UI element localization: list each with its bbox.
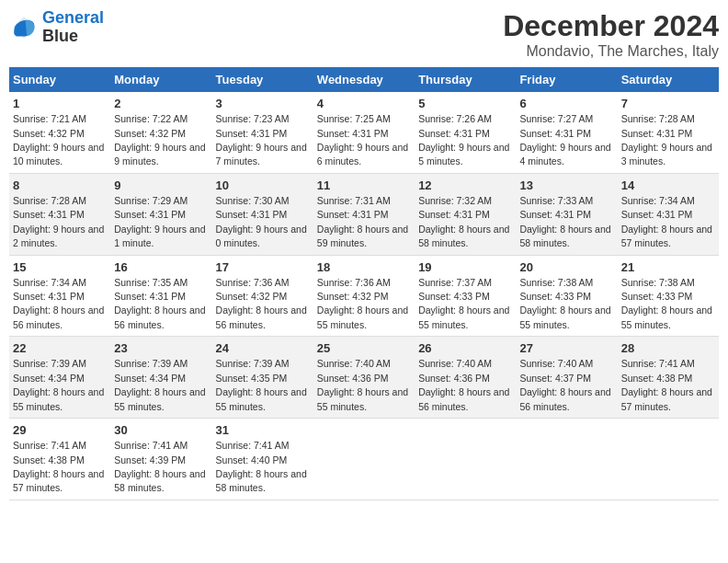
day-number: 7 <box>621 96 715 112</box>
weekday-header: Sunday <box>9 67 110 92</box>
calendar-week-row: 22Sunrise: 7:39 AMSunset: 4:34 PMDayligh… <box>9 337 719 419</box>
weekday-header: Wednesday <box>313 67 415 92</box>
day-info: Sunrise: 7:36 AMSunset: 4:32 PMDaylight:… <box>317 277 408 330</box>
day-info: Sunrise: 7:29 AMSunset: 4:31 PMDaylight:… <box>114 195 205 248</box>
title-block: December 2024 Mondavio, The Marches, Ita… <box>503 9 719 60</box>
day-number: 11 <box>317 178 411 194</box>
day-number: 30 <box>114 422 208 439</box>
page-header: General Blue December 2024 Mondavio, The… <box>9 9 719 60</box>
calendar-day-cell: 14Sunrise: 7:34 AMSunset: 4:31 PMDayligh… <box>618 173 719 255</box>
day-info: Sunrise: 7:40 AMSunset: 4:36 PMDaylight:… <box>418 358 509 411</box>
day-number: 14 <box>621 178 715 194</box>
day-number: 23 <box>114 340 208 357</box>
day-number: 24 <box>216 340 310 357</box>
calendar-day-cell: 7Sunrise: 7:28 AMSunset: 4:31 PMDaylight… <box>618 92 719 173</box>
day-info: Sunrise: 7:30 AMSunset: 4:31 PMDaylight:… <box>216 195 307 248</box>
calendar-day-cell: 15Sunrise: 7:34 AMSunset: 4:31 PMDayligh… <box>9 255 110 337</box>
day-info: Sunrise: 7:22 AMSunset: 4:32 PMDaylight:… <box>114 113 205 167</box>
calendar-day-cell: 5Sunrise: 7:26 AMSunset: 4:31 PMDaylight… <box>415 92 516 173</box>
day-number: 12 <box>418 178 512 194</box>
day-info: Sunrise: 7:26 AMSunset: 4:31 PMDaylight:… <box>418 113 509 167</box>
day-info: Sunrise: 7:34 AMSunset: 4:31 PMDaylight:… <box>621 195 712 248</box>
day-number: 8 <box>13 178 107 194</box>
calendar-day-cell: 25Sunrise: 7:40 AMSunset: 4:36 PMDayligh… <box>313 337 415 419</box>
day-info: Sunrise: 7:41 AMSunset: 4:38 PMDaylight:… <box>621 358 712 411</box>
calendar-day-cell: 13Sunrise: 7:33 AMSunset: 4:31 PMDayligh… <box>516 173 617 255</box>
day-number: 2 <box>114 96 208 112</box>
day-number: 27 <box>519 340 613 357</box>
calendar-day-cell: 21Sunrise: 7:38 AMSunset: 4:33 PMDayligh… <box>618 255 719 337</box>
day-info: Sunrise: 7:28 AMSunset: 4:31 PMDaylight:… <box>13 195 104 248</box>
day-info: Sunrise: 7:34 AMSunset: 4:31 PMDaylight:… <box>13 277 104 330</box>
day-number: 1 <box>13 96 107 112</box>
day-number: 13 <box>519 178 613 194</box>
day-info: Sunrise: 7:37 AMSunset: 4:33 PMDaylight:… <box>418 277 509 330</box>
day-info: Sunrise: 7:41 AMSunset: 4:38 PMDaylight:… <box>13 440 104 493</box>
day-info: Sunrise: 7:31 AMSunset: 4:31 PMDaylight:… <box>317 195 408 248</box>
day-number: 28 <box>621 340 715 357</box>
day-number: 29 <box>13 422 107 439</box>
day-number: 16 <box>114 259 208 276</box>
calendar-day-cell: 4Sunrise: 7:25 AMSunset: 4:31 PMDaylight… <box>313 92 415 173</box>
calendar-day-cell <box>415 419 516 500</box>
day-info: Sunrise: 7:40 AMSunset: 4:37 PMDaylight:… <box>519 358 610 411</box>
calendar-day-cell <box>516 419 617 500</box>
day-number: 9 <box>114 178 208 194</box>
day-info: Sunrise: 7:28 AMSunset: 4:31 PMDaylight:… <box>621 113 712 167</box>
calendar-day-cell: 24Sunrise: 7:39 AMSunset: 4:35 PMDayligh… <box>212 337 313 419</box>
day-info: Sunrise: 7:21 AMSunset: 4:32 PMDaylight:… <box>13 113 104 167</box>
calendar-day-cell: 2Sunrise: 7:22 AMSunset: 4:32 PMDaylight… <box>110 92 211 173</box>
day-number: 3 <box>216 96 310 112</box>
day-info: Sunrise: 7:36 AMSunset: 4:32 PMDaylight:… <box>216 277 307 330</box>
calendar-week-row: 1Sunrise: 7:21 AMSunset: 4:32 PMDaylight… <box>9 92 719 173</box>
page-title: December 2024 <box>503 9 719 43</box>
day-number: 10 <box>216 178 310 194</box>
day-info: Sunrise: 7:23 AMSunset: 4:31 PMDaylight:… <box>216 113 307 167</box>
calendar-day-cell: 20Sunrise: 7:38 AMSunset: 4:33 PMDayligh… <box>516 255 617 337</box>
calendar-day-cell: 22Sunrise: 7:39 AMSunset: 4:34 PMDayligh… <box>9 337 110 419</box>
logo-line1: General <box>42 8 104 27</box>
calendar-day-cell: 28Sunrise: 7:41 AMSunset: 4:38 PMDayligh… <box>618 337 719 419</box>
day-info: Sunrise: 7:39 AMSunset: 4:34 PMDaylight:… <box>114 358 205 411</box>
day-number: 4 <box>317 96 411 112</box>
calendar-day-cell: 8Sunrise: 7:28 AMSunset: 4:31 PMDaylight… <box>9 173 110 255</box>
calendar-day-cell: 3Sunrise: 7:23 AMSunset: 4:31 PMDaylight… <box>212 92 313 173</box>
day-number: 19 <box>418 259 512 276</box>
calendar-day-cell: 30Sunrise: 7:41 AMSunset: 4:39 PMDayligh… <box>110 419 211 500</box>
day-number: 31 <box>216 422 310 439</box>
day-info: Sunrise: 7:39 AMSunset: 4:34 PMDaylight:… <box>13 358 104 411</box>
weekday-header: Thursday <box>415 67 516 92</box>
calendar-week-row: 15Sunrise: 7:34 AMSunset: 4:31 PMDayligh… <box>9 255 719 337</box>
day-info: Sunrise: 7:33 AMSunset: 4:31 PMDaylight:… <box>519 195 610 248</box>
calendar-day-cell <box>313 419 415 500</box>
calendar-day-cell: 29Sunrise: 7:41 AMSunset: 4:38 PMDayligh… <box>9 419 110 500</box>
day-number: 20 <box>519 259 613 276</box>
calendar-day-cell: 16Sunrise: 7:35 AMSunset: 4:31 PMDayligh… <box>110 255 211 337</box>
day-info: Sunrise: 7:32 AMSunset: 4:31 PMDaylight:… <box>418 195 509 248</box>
day-number: 5 <box>418 96 512 112</box>
calendar-day-cell: 31Sunrise: 7:41 AMSunset: 4:40 PMDayligh… <box>212 419 313 500</box>
weekday-header: Tuesday <box>212 67 313 92</box>
page-subtitle: Mondavio, The Marches, Italy <box>503 43 719 60</box>
calendar-week-row: 8Sunrise: 7:28 AMSunset: 4:31 PMDaylight… <box>9 173 719 255</box>
logo-line2: Blue <box>42 28 104 46</box>
weekday-header-row: SundayMondayTuesdayWednesdayThursdayFrid… <box>9 67 719 92</box>
calendar-day-cell: 23Sunrise: 7:39 AMSunset: 4:34 PMDayligh… <box>110 337 211 419</box>
calendar-day-cell: 26Sunrise: 7:40 AMSunset: 4:36 PMDayligh… <box>415 337 516 419</box>
calendar-table: SundayMondayTuesdayWednesdayThursdayFrid… <box>9 67 719 500</box>
weekday-header: Friday <box>516 67 617 92</box>
day-info: Sunrise: 7:35 AMSunset: 4:31 PMDaylight:… <box>114 277 205 330</box>
day-info: Sunrise: 7:41 AMSunset: 4:39 PMDaylight:… <box>114 440 205 493</box>
calendar-day-cell: 19Sunrise: 7:37 AMSunset: 4:33 PMDayligh… <box>415 255 516 337</box>
day-info: Sunrise: 7:39 AMSunset: 4:35 PMDaylight:… <box>216 358 307 411</box>
day-info: Sunrise: 7:25 AMSunset: 4:31 PMDaylight:… <box>317 113 408 167</box>
day-number: 26 <box>418 340 512 357</box>
day-number: 15 <box>13 259 107 276</box>
day-number: 18 <box>317 259 411 276</box>
day-number: 22 <box>13 340 107 357</box>
weekday-header: Saturday <box>618 67 719 92</box>
day-info: Sunrise: 7:27 AMSunset: 4:31 PMDaylight:… <box>519 113 610 167</box>
calendar-day-cell: 12Sunrise: 7:32 AMSunset: 4:31 PMDayligh… <box>415 173 516 255</box>
day-info: Sunrise: 7:38 AMSunset: 4:33 PMDaylight:… <box>621 277 712 330</box>
day-number: 21 <box>621 259 715 276</box>
